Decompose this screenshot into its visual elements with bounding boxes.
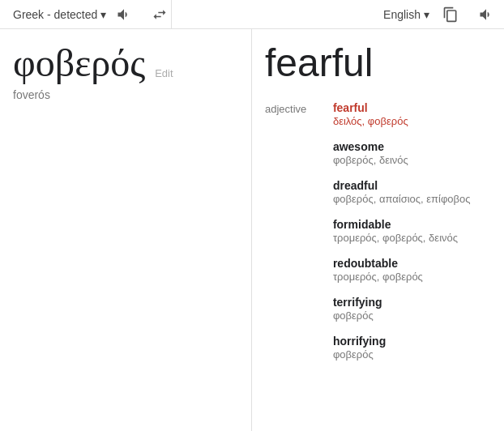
synonym-row: fearfulδειλός, φοβερός (333, 101, 471, 127)
pos-group: adjective fearfulδειλός, φοβερόςawesomeφ… (265, 101, 491, 373)
synonym-row: horrifyingφοβερός (333, 335, 471, 361)
target-lang-label: English (383, 8, 421, 21)
source-text: φοβερός (13, 41, 145, 84)
synonym-primary[interactable]: formidable (333, 218, 471, 231)
swap-icon (152, 6, 168, 23)
source-lang-label: Greek - detected (13, 8, 97, 21)
source-panel: φοβερός Edit foverós (0, 29, 252, 431)
synonym-secondary: τρομερός, φοβερός (333, 271, 471, 283)
synonym-primary[interactable]: horrifying (333, 335, 471, 348)
translation-panel: fearful adjective fearfulδειλός, φοβερός… (252, 29, 504, 431)
listen-source-button[interactable] (113, 3, 135, 26)
synonyms-list: fearfulδειλός, φοβερόςawesomeφοβερός, δε… (333, 101, 471, 373)
top-bar: Greek - detected ▾ English ▾ (0, 0, 504, 29)
edit-label[interactable]: Edit (155, 67, 173, 79)
synonym-primary[interactable]: awesome (333, 140, 471, 153)
header-divider (171, 0, 172, 29)
synonym-secondary: τρομερός, φοβερός, δεινός (333, 232, 471, 244)
source-lang-arrow: ▾ (100, 8, 106, 21)
definitions-section: adjective fearfulδειλός, φοβερόςawesomeφ… (265, 101, 491, 373)
synonym-row: redoubtableτρομερός, φοβερός (333, 257, 471, 283)
translation-main: fearful (265, 42, 491, 85)
synonym-row: formidableτρομερός, φοβερός, δεινός (333, 218, 471, 244)
synonym-row: terrifyingφοβερός (333, 296, 471, 322)
target-icons (439, 3, 498, 26)
synonym-row: dreadfulφοβερός, απαίσιος, επίφοβος (333, 179, 471, 205)
swap-languages-button[interactable] (148, 3, 171, 26)
source-icons (113, 3, 171, 26)
source-lang-selector[interactable]: Greek - detected ▾ (6, 5, 113, 24)
synonym-primary[interactable]: fearful (333, 101, 471, 114)
synonym-secondary: φοβερός, απαίσιος, επίφοβος (333, 193, 471, 205)
listen-target-button[interactable] (475, 3, 498, 26)
source-lang-section: Greek - detected ▾ (6, 3, 171, 26)
volume-target-icon (478, 6, 494, 23)
target-lang-section: English ▾ (377, 3, 498, 26)
synonym-secondary: δειλός, φοβερός (333, 115, 471, 127)
transliteration: foverós (13, 88, 238, 101)
main-content: φοβερός Edit foverós fearful adjective f… (0, 29, 504, 431)
copy-icon (442, 6, 459, 23)
target-lang-arrow: ▾ (424, 8, 429, 21)
synonym-row: awesomeφοβερός, δεινός (333, 140, 471, 166)
source-text-container: φοβερός Edit (13, 42, 238, 85)
synonym-primary[interactable]: redoubtable (333, 257, 471, 270)
synonym-secondary: φοβερός (333, 309, 471, 322)
synonym-secondary: φοβερός (333, 348, 471, 361)
synonym-secondary: φοβερός, δεινός (333, 154, 471, 166)
synonym-primary[interactable]: dreadful (333, 179, 471, 192)
pos-label: adjective (265, 101, 320, 115)
target-lang-selector[interactable]: English ▾ (377, 5, 436, 24)
copy-button[interactable] (439, 3, 462, 26)
synonym-primary[interactable]: terrifying (333, 296, 471, 309)
volume-icon (116, 6, 132, 23)
